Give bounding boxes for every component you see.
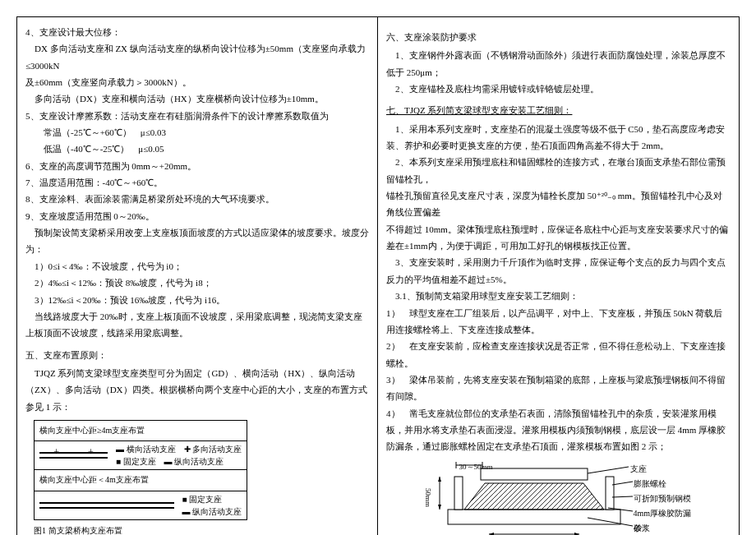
figure-1-row-a: ▬ 横向活动支座 ✚ 多向活动支座 ■ 固定支座 ▬ 纵向活动支座	[35, 441, 247, 470]
legend-marker-icon: ▬	[182, 507, 191, 516]
section-7-line2b: 锚栓孔预留直径见支座尺寸表，深度为锚栓长度加 50⁺²⁰₋₀ mm。预留锚栓孔中…	[386, 187, 731, 221]
svg-marker-10	[574, 533, 579, 535]
item-9-line1: 预制架设简支梁桥采用改变上支座板顶面坡度的方式以适应梁体的坡度要求。坡度分为：	[25, 224, 369, 258]
section-6-title: 六、支座涂装防护要求	[386, 29, 731, 45]
item-4-line1: DX 多向活动支座和 ZX 纵向活动支座的纵桥向设计位移为±50mm（支座竖向承…	[25, 40, 369, 74]
item-7: 7、温度适用范围：-40℃～+60℃。	[25, 174, 369, 191]
item-8: 8、支座涂料、表面涂装需满足桥梁所处环境的大气环境要求。	[25, 191, 369, 207]
svg-rect-0	[481, 468, 588, 480]
svg-marker-9	[489, 533, 494, 535]
fig2-label-1: 支座	[630, 462, 647, 477]
section-7-3-1-item2: 2） 在支座安装前，应检查支座连接状况是否正常，但不得任意松动上、下支座连接螺栓…	[386, 338, 731, 371]
legend-marker-icon: ▬	[164, 457, 173, 466]
section-5-title: 五、支座布置原则：	[25, 347, 369, 363]
section-7-line2c: 不得超过 10mm。梁体预埋底柱预埋时，应保证各底柱中心距与支座安装要求尺寸的偏…	[386, 221, 731, 255]
section-6-line2: 2、支座锚栓及底柱均需采用镀锌或锌铬镀层处理。	[386, 81, 731, 97]
item-5-line1: 常温（-25℃～+60℃） μ≤0.03	[25, 124, 369, 141]
section-6-line1: 1、支座钢件外露表面（不锈钢滑动面除外）须进行表面防腐蚀处理，涂装总厚度不低于 …	[386, 47, 731, 81]
section-7-line1: 1、采用本系列支座时，支座垫石的混凝土强度等级不低于 C50，垫石高度应考虑安装…	[386, 121, 731, 155]
item-9-title: 9、支座坡度适用范围 0～20‰。	[25, 208, 369, 224]
bar-icon-solid	[39, 507, 174, 509]
legend-marker-icon: ■	[116, 457, 121, 466]
section-7-3-1-item1: 1） 球型支座在工厂组装后，以产品调平，对中上、下支座板，并预压 50kN 荷载…	[386, 305, 731, 339]
item-5-line2: 低温（-40℃～-25℃） μ≤0.05	[25, 141, 369, 157]
item-6: 6、支座的高度调节范围为 0mm～+20mm。	[25, 158, 369, 174]
bar-icon-cross	[39, 452, 108, 454]
figure-1-header-b-text: 横向支座中心距＜4m支座布置	[39, 473, 149, 488]
svg-marker-13	[438, 505, 441, 510]
svg-marker-1	[464, 483, 604, 510]
item-4-line3: 多向活动（DX）支座和横向活动（HX）支座横桥向设计位移为±10mm。	[25, 90, 369, 107]
item-9-line5: 当线路坡度大于 20‰时，支座上板顶面不设坡度，采用梁底调整，现浇简支梁支座上板…	[25, 308, 369, 342]
figure-2-diagram: 30～50mm 20～30mm 50mm 支座 膨胀螺栓 可折卸预制钢模 4mm…	[423, 460, 694, 535]
fig2-label-3: 可折卸预制钢模	[634, 491, 691, 507]
section-7-3-1-item3: 3） 梁体吊装前，先将支座安装在预制箱梁的底部，上座板与梁底预埋钢板间不得留有间…	[386, 371, 731, 405]
legend-marker-icon: ✚	[184, 445, 191, 454]
bar-icon-solid	[39, 502, 174, 504]
figure-1-row-b: ■ 固定支座 ▬ 纵向活动支座	[35, 491, 247, 519]
item-4-title: 4、支座设计最大位移：	[25, 24, 369, 40]
item-9-line4: 3）12‰≤i＜20‰：预设 16‰坡度，代号为 i16。	[25, 292, 369, 308]
svg-line-14	[588, 467, 629, 473]
section-7-3-1-item4: 4） 凿毛支座就位部位的支承垫石表面，清除预留锚栓孔中的杂质，安装灌浆用模板，并…	[386, 405, 731, 455]
fig2-dim-h: 50mm	[422, 488, 436, 507]
svg-rect-4	[606, 477, 614, 510]
right-body: 六、支座涂装防护要求 1、支座钢件外露表面（不锈钢滑动面除外）须进行表面防腐蚀处…	[378, 17, 739, 535]
section-7-line2: 2、本系列支座采用预埋底柱和锚固螺栓的连接方式，在墩台顶面支承垫石部位需预留锚栓…	[386, 154, 731, 187]
right-column: 六、支座涂装防护要求 1、支座钢件外露表面（不锈钢滑动面除外）须进行表面防腐蚀处…	[378, 17, 739, 535]
svg-line-16	[612, 496, 633, 497]
section-7-3-1-title: 3.1、预制简支箱梁用球型支座安装工艺细则：	[386, 288, 731, 304]
figure-1-caption: 图1 简支梁桥构支座布置	[34, 523, 369, 535]
fig2-label-5: 砂浆	[634, 521, 650, 535]
figure-1-legend-b: ■ 固定支座 ▬ 纵向活动支座	[182, 494, 242, 517]
legend-marker-icon: ▬	[116, 445, 124, 454]
item-9-line2: 1）0≤i＜4‰：不设坡度，代号为 i0；	[25, 258, 369, 274]
section-7-line3: 3、支座安装时，采用测力千斤顶作为临时支撑，应保证每个支点的反力与四个支点反力的…	[386, 254, 731, 288]
item-9-line3: 2）4‰≤i＜12‰：预设 8‰坡度，代号为 i8；	[25, 274, 369, 291]
legend-marker-icon: ■	[182, 495, 187, 504]
left-column: 4、支座设计最大位移： DX 多向活动支座和 ZX 纵向活动支座的纵桥向设计位移…	[17, 17, 378, 535]
fig2-dim-top: 30～50mm	[459, 460, 493, 474]
svg-rect-2	[448, 510, 620, 524]
drawing-sheet: 4、支座设计最大位移： DX 多向活动支座和 ZX 纵向活动支座的纵桥向设计位移…	[16, 16, 740, 535]
bar-icon-solid	[39, 457, 108, 459]
svg-line-15	[612, 482, 633, 485]
svg-marker-12	[438, 477, 441, 482]
fig2-label-2: 膨胀螺栓	[634, 477, 666, 492]
section-7-title: 七、TJQZ 系列简支梁球型支座安装工艺细则：	[386, 105, 572, 115]
item-4-line2: 及±60mm（支座竖向承载力＞3000kN）。	[25, 74, 369, 90]
figure-1-legend-a: ▬ 横向活动支座 ✚ 多向活动支座 ■ 固定支座 ▬ 纵向活动支座	[116, 444, 242, 467]
figure-1-diagram: 横向支座中心距≥4m支座布置 ▬ 横向活动支座 ✚ 多向活动支座 ■ 固定支座 …	[34, 420, 247, 520]
svg-rect-3	[454, 477, 463, 510]
figure-1-header-a-text: 横向支座中心距≥4m支座布置	[39, 423, 145, 439]
figure-1-header-b: 横向支座中心距＜4m支座布置	[35, 470, 247, 491]
figure-1-header-a: 横向支座中心距≥4m支座布置	[35, 421, 247, 442]
section-5-line1: TJQZ 系列简支梁球型支座类型可分为固定（GD）、横向活动（HX）、纵向活动（…	[25, 365, 369, 415]
item-5-title: 5、支座设计摩擦系数：活动支座在有硅脂润滑条件下的设计摩擦系数取值为	[25, 108, 369, 124]
